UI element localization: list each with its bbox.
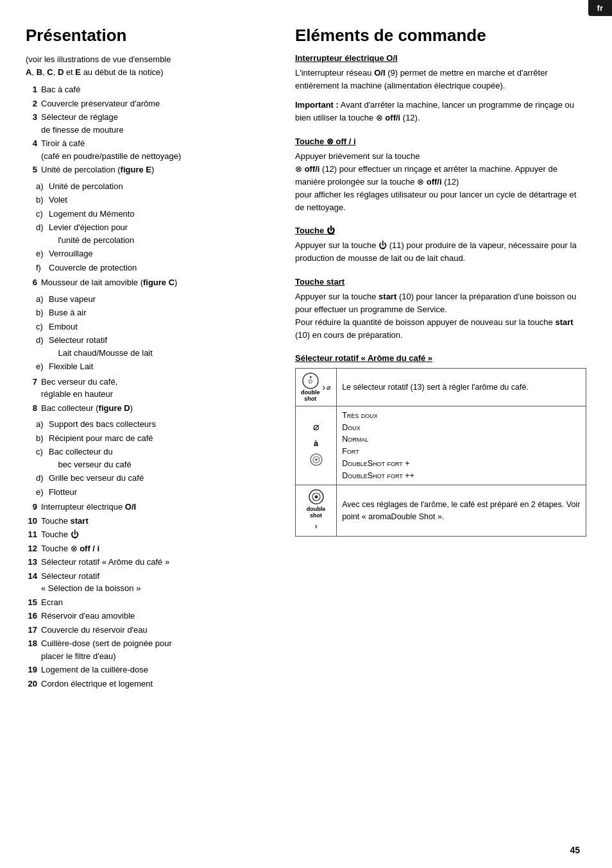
- sub-list-5: a)Unité de percolation b)Volet c)Logemen…: [26, 180, 269, 276]
- arome-table-row: doubleshot › Avec ces réglages de l'arôm…: [296, 485, 586, 536]
- arome-icon-cell: D ● doubleshot › ⌀: [296, 369, 337, 406]
- language-badge: fr: [588, 0, 612, 16]
- sub-item: b)Buse à air: [36, 306, 269, 319]
- list-item: 9 Interrupteur électrique O/I: [26, 501, 269, 513]
- section-touche-off-title: Touche ⊗ off / i: [295, 137, 586, 146]
- content-columns: Présentation (voir les illustrations de …: [26, 26, 586, 691]
- item-list: 1 Bac à café 2 Couvercle préservateur d'…: [26, 83, 269, 690]
- list-item: 6 Mousseur de lait amovible (figure C) a…: [26, 276, 269, 374]
- list-item: 16 Réservoir d'eau amovible: [26, 610, 269, 622]
- svg-point-5: [315, 458, 318, 461]
- sub-item: c)Bac collecteur du bec verseur du café: [36, 446, 269, 471]
- section-interrupteur: Interrupteur électrique O/I L'interrupte…: [295, 53, 586, 125]
- list-item: 2 Couvercle préservateur d'arôme: [26, 97, 269, 110]
- arome-doubleshot-desc-cell: Avec ces réglages de l'arôme, le café es…: [337, 485, 586, 536]
- list-item: 19 Logement de la cuillère-dose: [26, 664, 269, 676]
- list-item: 13 Sélecteur rotatif « Arôme du café »: [26, 556, 269, 569]
- sub-item: e)Verrouillage: [36, 247, 269, 260]
- sub-item: d)Levier d'éjection pour l'unité de perc…: [36, 221, 269, 246]
- arome-doubleshot-icon-cell: doubleshot ›: [296, 485, 337, 536]
- sub-item: c)Embout: [36, 321, 269, 333]
- page-number: 45: [570, 845, 580, 855]
- elements-title: Eléments de commande: [295, 26, 586, 46]
- section-interrupteur-body: L'interrupteur réseau O/I (9) permet de …: [295, 67, 586, 92]
- list-item: 15 Ecran: [26, 596, 269, 609]
- list-item: 8 Bac collecteur (figure D) a)Support de…: [26, 402, 269, 500]
- section-selecteur-arome-title: Sélecteur rotatif « Arôme du café »: [295, 353, 586, 363]
- section-touche-start: Touche start Appuyer sur la touche start…: [295, 277, 586, 342]
- sub-item: a)Unité de percolation: [36, 180, 269, 193]
- sub-item: d)Sélecteur rotatif Lait chaud/Mousse de…: [36, 334, 269, 359]
- page: fr Présentation (voir les illustrations …: [0, 0, 612, 868]
- section-touche-steam-body: Appuyer sur la touche ⏻ (11) pour produi…: [295, 239, 586, 265]
- list-item: 10 Touche start: [26, 515, 269, 528]
- list-item: 18 Cuillère-dose (sert de poignée pourpl…: [26, 637, 269, 662]
- arome-levels-cell: Très doux Doux Normal Fort DoubleShot fo…: [337, 406, 586, 485]
- sub-item: e)Flotteur: [36, 486, 269, 499]
- list-item: 14 Sélecteur rotatif« Sélection de la bo…: [26, 570, 269, 595]
- list-item: 4 Tiroir à café(café en poudre/pastille …: [26, 137, 269, 162]
- svg-point-8: [314, 496, 318, 499]
- sub-item: a)Support des bacs collecteurs: [36, 418, 269, 431]
- list-item: 3 Sélecteur de réglagede finesse de mout…: [26, 111, 269, 136]
- list-item: 17 Couvercle du réservoir d'eau: [26, 624, 269, 637]
- section-touche-off: Touche ⊗ off / i Appuyer brièvement sur …: [295, 137, 586, 215]
- sub-item: a)Buse vapeur: [36, 293, 269, 306]
- section-touche-start-title: Touche start: [295, 277, 586, 287]
- sub-item: d)Grille bec verseur du café: [36, 472, 269, 485]
- svg-text:D: D: [309, 378, 313, 385]
- section-selecteur-arome: Sélecteur rotatif « Arôme du café »: [295, 353, 586, 537]
- left-column: Présentation (voir les illustrations de …: [26, 26, 269, 691]
- list-item: 7 Bec verseur du café,réglable en hauteu…: [26, 376, 269, 401]
- sub-item: e)Flexible Lait: [36, 360, 269, 373]
- sub-item: b)Volet: [36, 194, 269, 206]
- arome-desc-cell: Le sélecteur rotatif (13) sert à régler …: [337, 369, 586, 406]
- list-item: 11 Touche ⏻: [26, 528, 269, 541]
- arome-table-row: ⌀ à: [296, 406, 586, 485]
- right-column: Eléments de commande Interrupteur électr…: [295, 26, 586, 691]
- arome-table: D ● doubleshot › ⌀: [295, 368, 586, 537]
- svg-text:●: ●: [309, 374, 312, 379]
- presentation-title: Présentation: [26, 26, 269, 46]
- section-touche-steam: Touche ⏻ Appuyer sur la touche ⏻ (11) po…: [295, 226, 586, 265]
- sub-item: c)Logement du Mémento: [36, 208, 269, 221]
- sub-item: b)Récipient pour marc de café: [36, 432, 269, 445]
- intro-letters: A: [26, 67, 31, 77]
- section-interrupteur-important: Important : Avant d'arrêter la machine, …: [295, 99, 586, 124]
- section-interrupteur-title: Interrupteur électrique O/I: [295, 53, 586, 63]
- section-touche-start-body: Appuyer sur la touche start (10) pour la…: [295, 290, 586, 342]
- arome-table-row: D ● doubleshot › ⌀: [296, 369, 586, 406]
- sub-list-8: a)Support des bacs collecteurs b)Récipie…: [26, 418, 269, 499]
- list-item: 20 Cordon électrique et logement: [26, 678, 269, 690]
- sub-item: f)Couvercle de protection: [36, 262, 269, 274]
- list-item: 5 Unité de percolation (figure E) a)Unit…: [26, 163, 269, 275]
- arome-scale-icon-cell: ⌀ à: [296, 406, 337, 485]
- intro-text: (voir les illustrations de vue d'ensembl…: [26, 53, 269, 78]
- section-touche-off-body: Appuyer brièvement sur la touche ⊗ off/i…: [295, 150, 586, 215]
- section-touche-steam-title: Touche ⏻: [295, 226, 586, 235]
- list-item: 1 Bac à café: [26, 83, 269, 96]
- list-item: 12 Touche ⊗ off / i: [26, 542, 269, 555]
- sub-list-6: a)Buse vapeur b)Buse à air c)Embout d)Sé…: [26, 293, 269, 374]
